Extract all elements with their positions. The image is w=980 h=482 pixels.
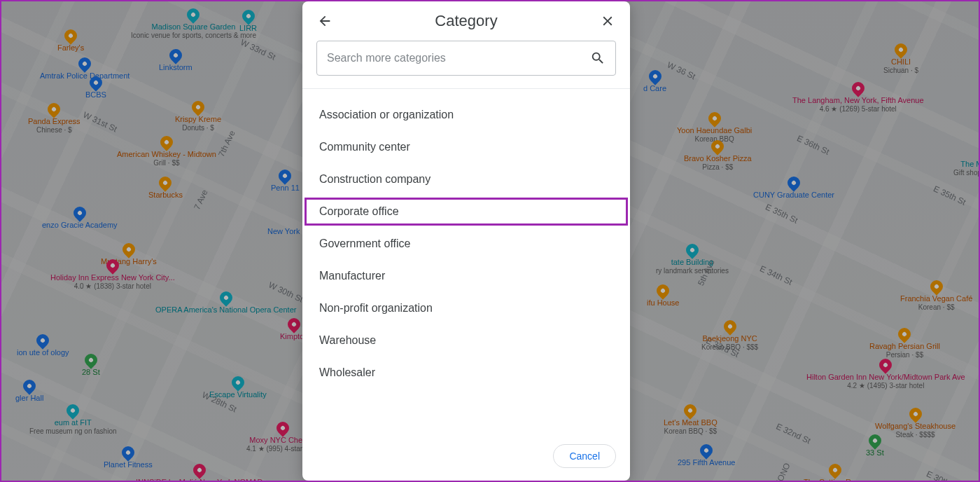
modal-footer: Cancel [302, 435, 630, 481]
close-button[interactable] [595, 8, 620, 34]
search-row [302, 41, 630, 88]
category-item[interactable]: Wholesaler [302, 357, 630, 389]
search-input[interactable] [327, 52, 590, 64]
close-icon [600, 13, 615, 29]
category-item[interactable]: Association or organization [302, 99, 630, 131]
category-item[interactable]: Manufacturer [302, 260, 630, 292]
category-item[interactable]: Corporate office [302, 195, 630, 228]
search-box[interactable] [316, 41, 616, 76]
search-icon [590, 50, 606, 66]
category-item[interactable]: Government office [302, 228, 630, 260]
back-button[interactable] [312, 8, 337, 34]
category-list[interactable]: Association or organizationCommunity cen… [302, 89, 630, 435]
category-item[interactable]: Construction company [302, 163, 630, 195]
modal-header: Category [302, 1, 630, 41]
category-item[interactable]: Non-profit organization [302, 292, 630, 324]
category-item[interactable]: Community center [302, 131, 630, 163]
cancel-button[interactable]: Cancel [553, 444, 616, 468]
arrow-left-icon [317, 13, 332, 29]
category-item[interactable]: Warehouse [302, 324, 630, 357]
modal-title: Category [337, 12, 595, 30]
category-modal: Category Association or organizationComm… [302, 1, 630, 481]
